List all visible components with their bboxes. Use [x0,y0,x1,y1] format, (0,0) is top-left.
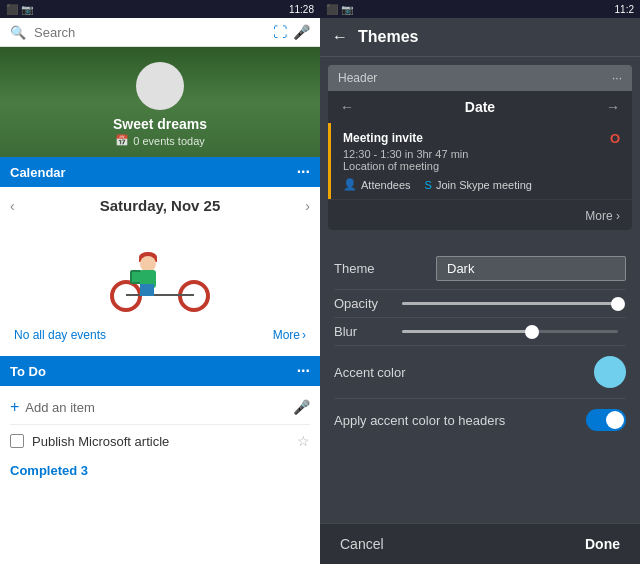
calendar-small-icon: 📅 [115,134,129,147]
calendar-menu-dots[interactable]: ··· [297,163,310,181]
preview-event-actions: 👤 Attendees S Join Skype meeting [343,178,620,191]
search-bar-icons: ⛶ 🎤 [273,24,310,40]
right-status-left: ⬛ 📷 [326,4,353,15]
calendar-illustration [10,222,310,322]
preview-chevron-right: › [616,209,620,223]
preview-forward-arrow[interactable]: → [606,99,620,115]
preview-event-title: Meeting invite O [343,131,620,146]
preview-back-arrow[interactable]: ← [340,99,354,115]
apply-accent-label: Apply accent color to headers [334,413,505,428]
preview-more-row: More › [328,199,632,230]
calendar-nav: ‹ Saturday, Nov 25 › [10,197,310,214]
expand-icon[interactable]: ⛶ [273,24,287,40]
todo-item: Publish Microsoft article ☆ [10,425,310,457]
theme-select[interactable] [436,256,626,281]
front-wheel [178,280,210,312]
chevron-right-icon: › [302,328,306,342]
calendar-body: ‹ Saturday, Nov 25 › [0,187,320,356]
skype-button[interactable]: S Join Skype meeting [425,178,532,191]
hero-section: Sweet dreams 📅 0 events today [0,47,320,157]
apply-accent-row: Apply accent color to headers [334,399,626,441]
events-count: 📅 0 events today [115,134,205,147]
todo-menu-dots[interactable]: ··· [297,362,310,380]
accent-color-picker[interactable] [594,356,626,388]
office-icon: O [610,131,620,146]
person-icon: 👤 [343,178,357,191]
blur-slider-fill [402,330,532,333]
blur-row: Blur [334,318,626,346]
preview-event-location: Location of meeting [343,160,620,172]
opacity-slider-track[interactable] [402,302,618,305]
preview-header-bar: Header ··· [328,65,632,91]
header-dots[interactable]: ··· [612,71,622,85]
back-wheel [110,280,142,312]
calendar-next-arrow[interactable]: › [305,198,310,214]
rider-body [138,256,158,284]
mic-todo-icon[interactable]: 🎤 [293,399,310,415]
calendar-section-header: Calendar ··· [0,157,320,187]
todo-checkbox[interactable] [10,434,24,448]
avatar [136,62,184,110]
preview-date-nav: ← Date → [328,91,632,123]
bike-rider [110,232,210,312]
opacity-label: Opacity [334,296,394,311]
todo-body: + Add an item 🎤 Publish Microsoft articl… [0,386,320,564]
blur-slider-track[interactable] [402,330,618,333]
user-name: Sweet dreams [113,116,207,132]
themes-header: ← Themes [320,18,640,57]
calendar-more-link[interactable]: More › [273,328,306,342]
completed-label: Completed 3 [10,463,88,478]
star-icon[interactable]: ☆ [297,433,310,449]
todo-item-text: Publish Microsoft article [32,434,289,449]
camera-icon: 📷 [21,4,33,15]
header-label: Header [338,71,377,85]
calendar-footer: No all day events More › [10,322,310,346]
skype-icon: S [425,179,432,191]
theme-label: Theme [334,261,374,276]
preview-date-title: Date [465,99,495,115]
add-item-placeholder: Add an item [25,400,94,415]
left-status-bar: ⬛ 📷 11:28 [0,0,320,18]
attendees-button[interactable]: 👤 Attendees [343,178,411,191]
blur-label: Blur [334,324,394,339]
settings-section: Theme Opacity Blur Accent color Ap [320,238,640,523]
right-panel: ⬛ 📷 11:2 ← Themes Header ··· ← Date → Me… [320,0,640,564]
search-bar: 🔍 ⛶ 🎤 [0,18,320,47]
cancel-button[interactable]: Cancel [340,536,384,552]
accent-color-row: Accent color [334,346,626,399]
apply-accent-toggle[interactable] [586,409,626,431]
opacity-row: Opacity [334,290,626,318]
preview-event-time: 12:30 - 1:30 in 3hr 47 min [343,148,620,160]
right-status-bar: ⬛ 📷 11:2 [320,0,640,18]
todo-label: To Do [10,364,46,379]
accent-color-label: Accent color [334,365,406,380]
status-bar-left-icons: ⬛ 📷 [6,4,33,15]
themes-back-arrow[interactable]: ← [332,28,348,46]
toggle-thumb [606,411,624,429]
opacity-slider-thumb[interactable] [611,297,625,311]
bike-frame [126,294,194,296]
rider-legs [140,284,154,296]
todo-section-header: To Do ··· [0,356,320,386]
calendar-date: Saturday, Nov 25 [100,197,221,214]
preview-card: Header ··· ← Date → Meeting invite O 12:… [328,65,632,230]
preview-event: Meeting invite O 12:30 - 1:30 in 3hr 47 … [328,123,632,199]
done-button[interactable]: Done [585,536,620,552]
bottom-actions: Cancel Done [320,523,640,564]
status-bar-right: 11:28 [289,4,314,15]
calendar-prev-arrow[interactable]: ‹ [10,198,15,214]
search-icon: 🔍 [10,25,26,40]
calendar-label: Calendar [10,165,66,180]
preview-more-link[interactable]: More › [585,209,620,223]
add-item-row[interactable]: + Add an item 🎤 [10,394,310,425]
mic-search-icon[interactable]: 🎤 [293,24,310,40]
plus-icon: + [10,398,19,416]
left-panel: ⬛ 📷 11:28 🔍 ⛶ 🎤 Sweet dreams 📅 0 events … [0,0,320,564]
time-display: 11:28 [289,4,314,15]
search-input[interactable] [34,25,265,40]
right-status-time: 11:2 [615,4,634,15]
android-icon: ⬛ [6,4,18,15]
themes-title: Themes [358,28,418,46]
completed-row[interactable]: Completed 3 [10,457,310,482]
blur-slider-thumb[interactable] [525,325,539,339]
